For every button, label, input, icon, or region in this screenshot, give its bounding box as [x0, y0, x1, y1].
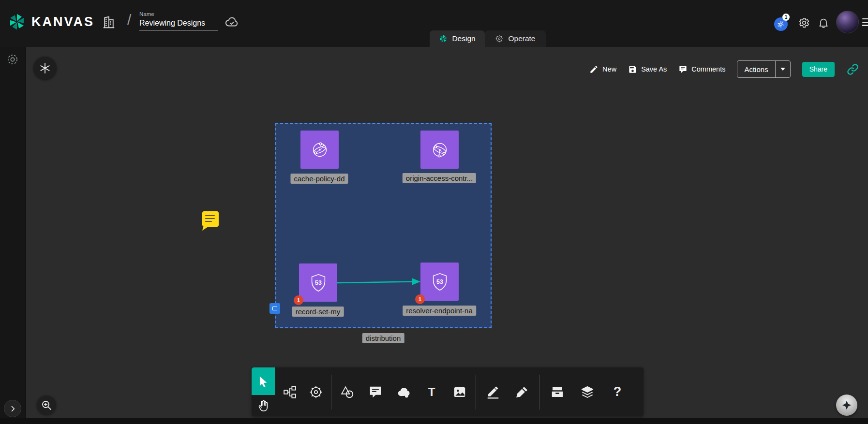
gear-icon	[797, 16, 810, 29]
context-count-badge: 1	[782, 14, 790, 21]
text-tool-button[interactable]: T	[423, 382, 440, 402]
spark-icon	[841, 400, 852, 410]
node-label-resolver-endpoint[interactable]: resolver-endpoint-na	[403, 306, 476, 316]
pencil-draw-icon	[486, 385, 500, 399]
user-avatar[interactable]	[836, 11, 859, 33]
group-label-distribution[interactable]: distribution	[362, 333, 404, 343]
mode-tabs: Design Operate	[430, 30, 546, 47]
design-name-group: Name	[139, 11, 218, 31]
new-button[interactable]: New	[589, 65, 616, 74]
freehand-draw-button[interactable]	[485, 382, 501, 402]
node-record-set[interactable]: 53 1	[299, 263, 337, 302]
brand-wordmark: KANVAS	[31, 15, 94, 29]
issue-count-badge[interactable]: 1	[415, 294, 425, 304]
archive-drawer-icon	[550, 385, 565, 399]
link-icon	[846, 63, 859, 76]
design-name-input[interactable]	[139, 17, 218, 31]
node-resolver-endpoint[interactable]: 53 1	[420, 263, 459, 301]
help-glyph: ?	[614, 384, 622, 399]
issue-count-badge[interactable]: 1	[294, 295, 303, 305]
design-tab-label: Design	[452, 34, 475, 43]
canvas-comment-marker[interactable]	[200, 210, 220, 234]
tab-operate[interactable]: Operate	[485, 30, 546, 47]
cloudfront-origin-access-icon	[429, 139, 451, 161]
assistant-button[interactable]	[836, 395, 857, 416]
workspace-switcher-icon[interactable]	[6, 53, 19, 68]
comments-button-label: Comments	[691, 65, 725, 73]
chevron-down-icon	[780, 68, 785, 71]
collapse-glyph-icon	[272, 307, 277, 310]
text-tool-glyph: T	[428, 385, 435, 399]
organization-icon[interactable]	[102, 15, 116, 31]
save-as-button[interactable]: Save As	[628, 65, 667, 74]
pencil-icon	[589, 65, 599, 74]
node-origin-access-control[interactable]	[420, 131, 459, 169]
settings-button[interactable]	[797, 16, 810, 29]
comment-icon	[678, 65, 688, 74]
components-tool-button[interactable]	[282, 382, 298, 402]
annotation-tools-group: T	[331, 367, 476, 416]
layers-tool-button[interactable]	[579, 382, 596, 402]
comment-bubble-icon	[368, 385, 383, 399]
group-collapse-handle[interactable]	[269, 303, 280, 314]
shapes-tool-button[interactable]	[339, 382, 356, 402]
operate-tab-icon	[495, 34, 504, 43]
design-canvas[interactable]: New Save As Comments Actions Share	[26, 47, 868, 424]
shapes-icon	[340, 385, 355, 399]
utility-tools-group: ?	[539, 367, 635, 416]
save-icon	[628, 65, 637, 74]
sticker-tool-button[interactable]	[395, 382, 412, 402]
image-tool-button[interactable]	[451, 382, 468, 402]
cloudfront-cache-policy-icon	[309, 139, 331, 161]
tools-dock: T	[252, 367, 644, 416]
node-label-record-set[interactable]: record-set-my	[292, 307, 344, 317]
catalog-shortcut-button[interactable]	[33, 57, 57, 80]
app-header: KANVAS / Name Design	[0, 0, 868, 47]
notifications-button[interactable]	[818, 17, 829, 29]
new-button-label: New	[602, 65, 616, 73]
zoom-in-button[interactable]	[37, 395, 56, 415]
kubernetes-context-button[interactable]: 1	[774, 17, 788, 31]
pan-tool-button[interactable]	[252, 395, 275, 416]
chevron-right-icon	[9, 405, 17, 413]
menu-icon[interactable]	[862, 18, 868, 28]
pen-tool-button[interactable]	[514, 382, 530, 402]
kanvas-brand[interactable]: KANVAS	[8, 13, 94, 31]
drawing-tools-group	[476, 367, 539, 416]
edge-record-set-to-resolver[interactable]	[335, 276, 422, 289]
canvas-action-bar: New Save As Comments Actions Share	[589, 59, 859, 79]
comment-tool-button[interactable]	[367, 382, 384, 402]
help-tool-button[interactable]: ?	[609, 382, 626, 402]
kubernetes-components-button[interactable]	[308, 382, 324, 402]
select-tool-button[interactable]	[252, 367, 275, 395]
comments-button[interactable]: Comments	[678, 65, 725, 74]
share-button[interactable]: Share	[802, 62, 835, 77]
save-as-button-label: Save As	[641, 65, 667, 73]
actions-button-label[interactable]: Actions	[737, 61, 775, 77]
sync-status-icon[interactable]	[224, 15, 239, 31]
cursor-icon	[257, 375, 269, 388]
node-cache-policy[interactable]	[300, 131, 339, 169]
design-name-label: Name	[139, 11, 218, 17]
actions-dropdown-caret[interactable]	[775, 61, 790, 77]
tab-design[interactable]: Design	[430, 30, 485, 47]
svg-text:53: 53	[436, 278, 443, 285]
layers-icon	[580, 385, 595, 399]
bell-icon	[818, 17, 829, 29]
actions-split-button[interactable]: Actions	[737, 60, 790, 78]
component-tools-group	[275, 367, 331, 416]
breadcrumb-separator: /	[127, 12, 131, 28]
kanvas-logo-icon	[8, 13, 26, 31]
expand-sidebar-button[interactable]	[4, 400, 21, 417]
node-label-origin-access[interactable]: origin-access-contr...	[403, 173, 476, 183]
copy-link-button[interactable]	[846, 63, 859, 76]
pointer-tools-column	[252, 367, 275, 416]
node-label-cache-policy[interactable]: cache-policy-dd	[290, 174, 348, 184]
blob-shapes-icon	[396, 385, 411, 399]
flowchart-icon	[283, 385, 297, 399]
drawer-tool-button[interactable]	[549, 382, 566, 402]
left-sidebar	[0, 47, 26, 424]
helm-wheel-icon	[309, 385, 323, 399]
route53-resolver-endpoint-icon: 53	[429, 271, 451, 293]
window-bottom-strip	[0, 418, 868, 424]
